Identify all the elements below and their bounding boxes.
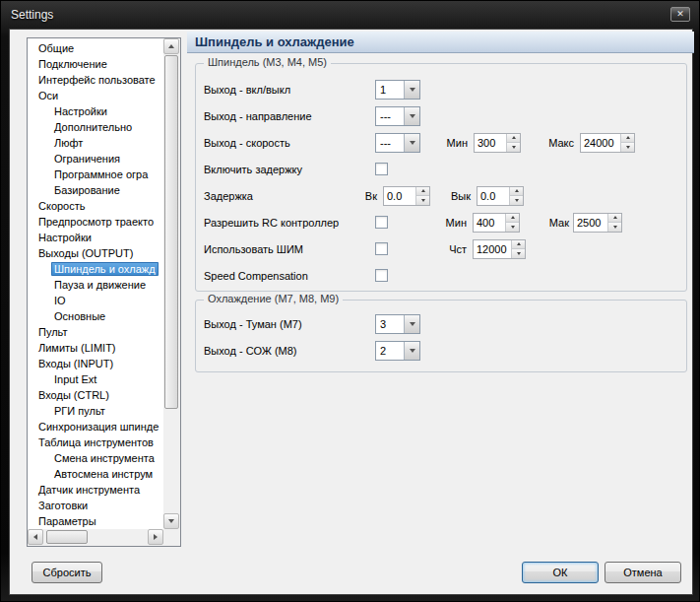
delay-on-spinner[interactable]: 0.0 [383, 186, 430, 206]
tree-item[interactable]: Подключение [28, 56, 163, 72]
arrow-right-icon [154, 534, 158, 540]
tree-item[interactable]: Входы (INPUT) [28, 356, 163, 371]
chevron-down-icon[interactable] [404, 81, 419, 99]
tree-item[interactable]: Ограничения [28, 151, 163, 167]
tree-horizontal-scrollbar[interactable] [28, 529, 163, 546]
spinner-up-button[interactable] [608, 214, 621, 223]
vertical-scrollbar-thumb[interactable] [164, 55, 178, 409]
tree-item[interactable]: Интерфейс пользовате [28, 72, 163, 88]
chevron-down-icon[interactable] [404, 342, 419, 360]
tree-item[interactable]: Люфт [28, 135, 163, 151]
tree-item[interactable]: Настройки [28, 103, 163, 119]
spinner-value: 300 [475, 134, 506, 152]
tree-item[interactable]: РГИ пульт [28, 403, 163, 419]
chevron-down-icon[interactable] [404, 107, 419, 125]
spinner-down-button[interactable] [506, 222, 519, 232]
spinner-down-button[interactable] [510, 195, 523, 205]
tree-item[interactable]: Input Ext [28, 371, 163, 387]
cooling-rows: Выход - Туман (M7) 3 Выход - СОЖ (M8) 2 [196, 310, 686, 364]
ok-button[interactable]: ОК [522, 562, 599, 583]
field-label: Выход - вкл/выкл [204, 84, 375, 96]
tree-item[interactable]: Автосмена инструм [28, 466, 163, 482]
tree-item[interactable]: Общие [28, 40, 163, 56]
rc-min-spinner[interactable]: 400 [473, 213, 520, 233]
spinner-down-button[interactable] [608, 222, 621, 232]
speed-min-spinner[interactable]: 300 [474, 133, 521, 153]
tree-item[interactable]: Пульт [28, 324, 163, 340]
tree-item[interactable]: Настройки [28, 230, 163, 245]
delay-off-spinner[interactable]: 0.0 [477, 186, 524, 206]
scroll-down-button[interactable] [163, 513, 179, 529]
off-label: Вык [445, 190, 475, 202]
tree-item-label: Пульт [35, 326, 71, 338]
scroll-right-button[interactable] [148, 529, 163, 545]
spinner-value: 12000 [474, 240, 511, 258]
chevron-down-icon[interactable] [404, 134, 419, 152]
use-pwm-checkbox[interactable] [375, 242, 388, 255]
speed-compensation-checkbox[interactable] [375, 269, 388, 282]
tree-item-label: Люфт [51, 137, 86, 149]
tree-item[interactable]: Оси [28, 88, 163, 103]
dialog-client: ОбщиеПодключениеИнтерфейс пользоватеОсиН… [9, 29, 693, 595]
tree-vertical-scrollbar[interactable] [163, 38, 180, 529]
spinner-up-button[interactable] [512, 240, 525, 249]
spinner-up-button[interactable] [506, 214, 519, 223]
tree-item[interactable]: Дополнительно [28, 119, 163, 135]
tree[interactable]: ОбщиеПодключениеИнтерфейс пользоватеОсиН… [27, 37, 181, 547]
tree-item-label: IO [51, 295, 69, 306]
tree-item[interactable]: Параметры [28, 513, 163, 529]
spinner-up-button[interactable] [507, 134, 520, 143]
output-onoff-combo[interactable]: 1 [375, 80, 420, 100]
tree-item[interactable]: Лимиты (LIMIT) [28, 340, 163, 356]
scrollbar-corner [163, 529, 180, 546]
tree-item[interactable]: Шпиндель и охлажд [28, 261, 163, 277]
enable-delay-checkbox[interactable] [375, 163, 388, 175]
flood-output-combo[interactable]: 2 [375, 341, 420, 361]
tree-item[interactable]: Базирование [28, 182, 163, 198]
rc-max-spinner[interactable]: 2500 [573, 213, 622, 233]
output-direction-combo[interactable]: --- [375, 106, 420, 126]
freq-label: Чст [443, 243, 471, 255]
pwm-freq-spinner[interactable]: 12000 [473, 239, 526, 259]
scroll-left-button[interactable] [28, 529, 43, 545]
close-button[interactable]: ✕ [670, 7, 690, 22]
tree-item[interactable]: Пауза и движение [28, 277, 163, 293]
tree-item[interactable]: Программное огра [28, 167, 163, 182]
spinner-down-button[interactable] [416, 195, 429, 205]
rc-controller-checkbox[interactable] [375, 216, 388, 229]
speed-max-spinner[interactable]: 24000 [580, 133, 635, 153]
spinner-up-button[interactable] [416, 187, 429, 196]
spinner-value: 2500 [574, 214, 607, 232]
tree-item[interactable]: Датчик инструмента [28, 482, 163, 498]
titlebar[interactable]: Settings ✕ [1, 1, 699, 29]
tree-item-label: Ограничения [51, 153, 123, 165]
tree-item[interactable]: Таблица инструментов [28, 435, 163, 450]
field-label: Выход - Туман (M7) [204, 318, 375, 330]
tree-item[interactable]: Входы (CTRL) [28, 387, 163, 403]
spinner-up-button[interactable] [510, 187, 523, 196]
spinner-down-button[interactable] [512, 248, 525, 258]
spinner-up-button[interactable] [621, 134, 634, 143]
tree-item[interactable]: IO [28, 293, 163, 308]
mist-output-combo[interactable]: 3 [375, 314, 420, 334]
tree-item[interactable]: Выходы (OUTPUT) [28, 245, 163, 261]
scroll-up-button[interactable] [163, 38, 179, 54]
arrow-down-icon [421, 199, 425, 202]
arrow-down-icon [410, 114, 415, 118]
tree-item[interactable]: Заготовки [28, 498, 163, 513]
tree-item[interactable]: Синхронизация шпинде [28, 419, 163, 435]
cancel-button[interactable]: Отмена [605, 562, 681, 583]
output-speed-combo[interactable]: --- [375, 133, 420, 153]
chevron-down-icon[interactable] [404, 315, 419, 333]
horizontal-scrollbar-thumb[interactable] [46, 530, 88, 544]
tree-item[interactable]: Скорость [28, 198, 163, 214]
arrow-up-icon [517, 242, 521, 245]
tree-item[interactable]: Основные [28, 308, 163, 324]
reset-button[interactable]: Сбросить [32, 562, 102, 583]
spinner-down-button[interactable] [507, 142, 520, 152]
tree-item[interactable]: Смена инструмента [28, 450, 163, 466]
spinner-down-button[interactable] [621, 142, 634, 152]
tree-item-label: РГИ пульт [51, 405, 108, 417]
row-flood-output: Выход - СОЖ (M8) 2 [196, 337, 686, 364]
tree-item[interactable]: Предпросмотр траекто [28, 214, 163, 230]
